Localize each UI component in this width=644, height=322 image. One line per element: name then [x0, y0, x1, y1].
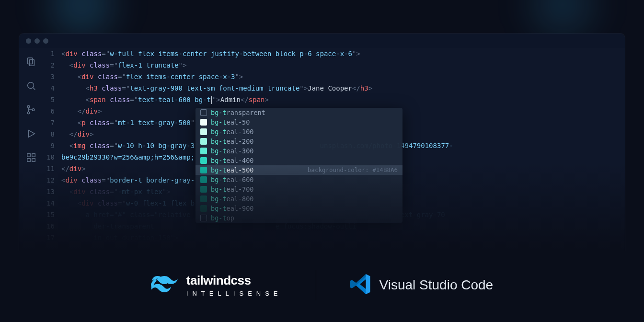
- suggestion-label: bg-teal-400: [211, 156, 253, 165]
- code-editor[interactable]: 1234567891011121314151617 <div class="w-…: [43, 48, 625, 254]
- window-titlebar: [19, 34, 625, 48]
- vscode-wordmark: Visual Studio Code: [380, 277, 494, 293]
- suggestion-label: bg-teal-300: [211, 146, 253, 156]
- text-item-icon: [200, 215, 207, 221]
- tailwind-subtitle: INTELLISENSE: [186, 290, 282, 297]
- svg-marker-7: [29, 130, 35, 138]
- svg-rect-9: [32, 154, 35, 157]
- suggestion-label: bg-teal-900: [211, 204, 253, 213]
- autocomplete-item[interactable]: bg-teal-300: [196, 146, 402, 156]
- svg-rect-8: [27, 154, 30, 157]
- line-number-gutter: 1234567891011121314151617: [43, 48, 61, 254]
- autocomplete-item[interactable]: bg-teal-800: [196, 194, 402, 204]
- tailwind-logo-block: tailwindcss INTELLISENSE: [151, 273, 282, 297]
- suggestion-label: bg-transparent: [211, 108, 265, 117]
- autocomplete-item[interactable]: bg-transparent: [196, 108, 402, 117]
- autocomplete-popup[interactable]: bg-transparentbg-teal-50bg-teal-100bg-te…: [196, 108, 402, 223]
- source-control-icon[interactable]: [26, 104, 36, 117]
- autocomplete-item[interactable]: bg-teal-200: [196, 137, 402, 146]
- code-line[interactable]: in-out duration-150">: [61, 232, 625, 243]
- line-number: 4: [43, 82, 55, 94]
- color-swatch-icon: [200, 196, 207, 202]
- suggestion-label: bg-teal-700: [211, 184, 253, 194]
- suggestion-label: bg-teal-500: [211, 165, 253, 175]
- editor-window: 1234567891011121314151617 <div class="w-…: [19, 34, 625, 254]
- line-number: 3: [43, 71, 55, 82]
- suggestion-label: bg-teal-800: [211, 194, 253, 204]
- line-number: 1: [43, 48, 55, 59]
- svg-rect-11: [32, 159, 35, 161]
- svg-point-4: [27, 105, 30, 108]
- activity-bar: [19, 48, 43, 254]
- line-number: 13: [43, 186, 55, 197]
- autocomplete-item[interactable]: bg-teal-500background-color: #14B8A6: [196, 165, 402, 175]
- svg-line-3: [33, 88, 35, 90]
- color-swatch-icon: [200, 148, 207, 154]
- color-swatch-icon: [200, 167, 207, 173]
- autocomplete-item[interactable]: bg-teal-50: [196, 117, 402, 127]
- run-debug-icon[interactable]: [26, 128, 36, 141]
- line-number: 7: [43, 117, 55, 128]
- line-number: 11: [43, 163, 55, 174]
- tailwind-logo-icon: [151, 276, 178, 295]
- line-number: 10: [43, 151, 55, 163]
- traffic-light-zoom[interactable]: [43, 38, 48, 44]
- autocomplete-item[interactable]: bg-top: [196, 213, 402, 223]
- color-swatch-icon: [200, 119, 207, 126]
- tailwind-wordmark: tailwindcss: [186, 273, 282, 288]
- svg-point-6: [32, 109, 34, 111]
- autocomplete-item[interactable]: bg-teal-100: [196, 127, 402, 137]
- color-swatch-icon: [200, 205, 207, 212]
- color-swatch-icon: [200, 138, 207, 145]
- code-content[interactable]: <div class="w-full flex items-center jus…: [61, 48, 625, 254]
- line-number: 9: [43, 140, 55, 151]
- color-swatch-icon: [200, 186, 207, 193]
- line-number: 8: [43, 128, 55, 140]
- color-swatch-icon: [200, 176, 207, 183]
- code-line[interactable]: <span class="text-teal-600 bg-t">Admin</…: [61, 94, 625, 105]
- line-number: 5: [43, 94, 55, 105]
- autocomplete-item[interactable]: bg-teal-900: [196, 204, 402, 213]
- suggestion-label: bg-teal-200: [211, 137, 253, 146]
- autocomplete-item[interactable]: bg-teal-400: [196, 156, 402, 165]
- logo-divider: [316, 270, 316, 300]
- svg-rect-1: [29, 59, 34, 66]
- suggestion-label: bg-teal-50: [211, 117, 250, 127]
- code-line[interactable]: <h3 class="text-gray-900 text-sm font-me…: [61, 82, 625, 94]
- suggestion-label: bg-top: [211, 213, 234, 223]
- suggestion-label: bg-teal-600: [211, 175, 253, 184]
- explorer-icon[interactable]: [26, 57, 36, 69]
- text-item-icon: [200, 109, 207, 116]
- suggestion-hint: background-color: #14B8A6: [308, 165, 398, 175]
- vscode-logo-icon: [350, 274, 371, 297]
- autocomplete-item[interactable]: bg-teal-700: [196, 184, 402, 194]
- line-number: 15: [43, 209, 55, 220]
- search-icon[interactable]: [26, 80, 36, 93]
- extensions-icon[interactable]: [26, 152, 36, 165]
- suggestion-label: bg-teal-100: [211, 127, 253, 137]
- line-number: 17: [43, 232, 55, 243]
- svg-rect-10: [27, 159, 30, 161]
- vscode-logo-block: Visual Studio Code: [350, 274, 494, 297]
- color-swatch-icon: [200, 128, 207, 135]
- code-line[interactable]: <div class="flex-1 truncate">: [61, 59, 625, 71]
- traffic-light-minimize[interactable]: [34, 38, 40, 44]
- branding-row: tailwindcss INTELLISENSE Visual Studio C…: [0, 270, 644, 300]
- line-number: 6: [43, 105, 55, 117]
- line-number: 2: [43, 59, 55, 71]
- code-line[interactable]: <div class="w-full flex items-center jus…: [61, 48, 625, 59]
- color-swatch-icon: [200, 157, 207, 164]
- svg-point-5: [27, 112, 30, 114]
- line-number: 12: [43, 174, 55, 186]
- code-line[interactable]: <div class="flex items-center space-x-3"…: [61, 71, 625, 82]
- svg-rect-0: [28, 58, 33, 64]
- autocomplete-item[interactable]: bg-teal-600: [196, 175, 402, 184]
- svg-point-2: [28, 82, 34, 89]
- traffic-light-close[interactable]: [26, 38, 31, 44]
- line-number: 16: [43, 220, 55, 232]
- line-number: 14: [43, 197, 55, 209]
